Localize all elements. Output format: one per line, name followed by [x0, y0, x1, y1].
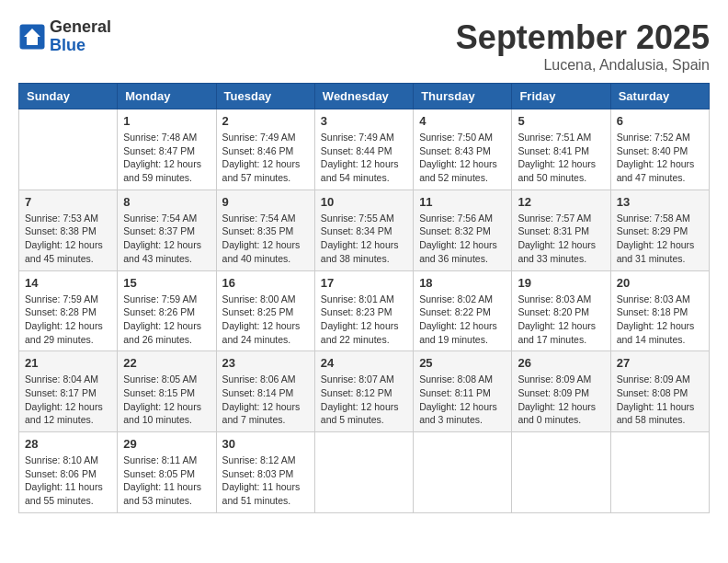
- weekday-header: Friday: [512, 84, 610, 109]
- calendar-cell: 4Sunrise: 7:50 AM Sunset: 8:43 PM Daylig…: [414, 109, 512, 190]
- weekday-header: Tuesday: [216, 84, 314, 109]
- calendar-cell: 17Sunrise: 8:01 AM Sunset: 8:23 PM Dayli…: [314, 270, 413, 351]
- day-number: 12: [518, 195, 604, 209]
- day-number: 9: [222, 195, 309, 209]
- day-info: Sunrise: 7:55 AM Sunset: 8:34 PM Dayligh…: [321, 212, 407, 266]
- day-number: 25: [419, 356, 506, 370]
- calendar-cell: 18Sunrise: 8:02 AM Sunset: 8:22 PM Dayli…: [414, 270, 512, 351]
- day-info: Sunrise: 8:11 AM Sunset: 8:05 PM Dayligh…: [123, 454, 210, 508]
- day-info: Sunrise: 7:54 AM Sunset: 8:35 PM Dayligh…: [222, 212, 309, 266]
- day-info: Sunrise: 7:56 AM Sunset: 8:32 PM Dayligh…: [419, 212, 506, 266]
- calendar-cell: 1Sunrise: 7:48 AM Sunset: 8:47 PM Daylig…: [118, 109, 216, 190]
- day-info: Sunrise: 8:08 AM Sunset: 8:11 PM Dayligh…: [419, 373, 506, 427]
- day-info: Sunrise: 7:48 AM Sunset: 8:47 PM Dayligh…: [123, 131, 210, 185]
- calendar: SundayMondayTuesdayWednesdayThursdayFrid…: [18, 83, 710, 513]
- day-number: 21: [25, 356, 111, 370]
- calendar-cell: 7Sunrise: 7:53 AM Sunset: 8:38 PM Daylig…: [19, 190, 118, 270]
- calendar-cell: 8Sunrise: 7:54 AM Sunset: 8:37 PM Daylig…: [118, 190, 216, 270]
- calendar-cell: 30Sunrise: 8:12 AM Sunset: 8:03 PM Dayli…: [216, 432, 314, 513]
- calendar-cell: 21Sunrise: 8:04 AM Sunset: 8:17 PM Dayli…: [19, 351, 118, 432]
- weekday-header: Wednesday: [314, 84, 413, 109]
- day-number: 30: [222, 437, 309, 451]
- page-header: General Blue September 2025 Lucena, Anda…: [18, 18, 710, 74]
- day-info: Sunrise: 8:06 AM Sunset: 8:14 PM Dayligh…: [222, 373, 309, 427]
- logo-blue: Blue: [50, 37, 111, 55]
- logo-text: General Blue: [50, 18, 111, 55]
- day-info: Sunrise: 8:12 AM Sunset: 8:03 PM Dayligh…: [222, 454, 309, 508]
- day-number: 24: [321, 356, 407, 370]
- calendar-cell: 14Sunrise: 7:59 AM Sunset: 8:28 PM Dayli…: [19, 270, 118, 351]
- day-number: 23: [222, 356, 309, 370]
- calendar-cell: 5Sunrise: 7:51 AM Sunset: 8:41 PM Daylig…: [512, 109, 610, 190]
- day-info: Sunrise: 7:53 AM Sunset: 8:38 PM Dayligh…: [25, 212, 111, 266]
- calendar-cell: 10Sunrise: 7:55 AM Sunset: 8:34 PM Dayli…: [314, 190, 413, 270]
- day-number: 7: [25, 195, 111, 209]
- calendar-cell: [610, 432, 709, 513]
- calendar-cell: 24Sunrise: 8:07 AM Sunset: 8:12 PM Dayli…: [314, 351, 413, 432]
- day-info: Sunrise: 8:09 AM Sunset: 8:08 PM Dayligh…: [617, 373, 703, 427]
- weekday-header-row: SundayMondayTuesdayWednesdayThursdayFrid…: [19, 84, 710, 109]
- day-number: 2: [222, 114, 309, 128]
- day-number: 16: [222, 276, 309, 290]
- calendar-cell: 28Sunrise: 8:10 AM Sunset: 8:06 PM Dayli…: [19, 432, 118, 513]
- calendar-cell: 16Sunrise: 8:00 AM Sunset: 8:25 PM Dayli…: [216, 270, 314, 351]
- day-info: Sunrise: 8:05 AM Sunset: 8:15 PM Dayligh…: [123, 373, 210, 427]
- day-number: 29: [123, 437, 210, 451]
- calendar-cell: 6Sunrise: 7:52 AM Sunset: 8:40 PM Daylig…: [610, 109, 709, 190]
- calendar-cell: 27Sunrise: 8:09 AM Sunset: 8:08 PM Dayli…: [610, 351, 709, 432]
- calendar-cell: 20Sunrise: 8:03 AM Sunset: 8:18 PM Dayli…: [610, 270, 709, 351]
- calendar-cell: 23Sunrise: 8:06 AM Sunset: 8:14 PM Dayli…: [216, 351, 314, 432]
- day-number: 1: [123, 114, 210, 128]
- day-number: 27: [617, 356, 703, 370]
- calendar-cell: 11Sunrise: 7:56 AM Sunset: 8:32 PM Dayli…: [414, 190, 512, 270]
- calendar-week-row: 28Sunrise: 8:10 AM Sunset: 8:06 PM Dayli…: [19, 432, 710, 513]
- weekday-header: Monday: [118, 84, 216, 109]
- day-number: 28: [25, 437, 111, 451]
- day-info: Sunrise: 8:10 AM Sunset: 8:06 PM Dayligh…: [25, 454, 111, 508]
- day-info: Sunrise: 7:52 AM Sunset: 8:40 PM Dayligh…: [617, 131, 703, 185]
- day-info: Sunrise: 7:50 AM Sunset: 8:43 PM Dayligh…: [419, 131, 506, 185]
- day-number: 5: [518, 114, 604, 128]
- weekday-header: Saturday: [610, 84, 709, 109]
- calendar-cell: 22Sunrise: 8:05 AM Sunset: 8:15 PM Dayli…: [118, 351, 216, 432]
- day-info: Sunrise: 7:59 AM Sunset: 8:28 PM Dayligh…: [25, 293, 111, 347]
- day-number: 13: [617, 195, 703, 209]
- calendar-cell: 26Sunrise: 8:09 AM Sunset: 8:09 PM Dayli…: [512, 351, 610, 432]
- location: Lucena, Andalusia, Spain: [456, 57, 710, 74]
- calendar-cell: [314, 432, 413, 513]
- day-number: 26: [518, 356, 604, 370]
- day-info: Sunrise: 7:49 AM Sunset: 8:44 PM Dayligh…: [321, 131, 407, 185]
- calendar-cell: 3Sunrise: 7:49 AM Sunset: 8:44 PM Daylig…: [314, 109, 413, 190]
- calendar-cell: 12Sunrise: 7:57 AM Sunset: 8:31 PM Dayli…: [512, 190, 610, 270]
- day-number: 19: [518, 276, 604, 290]
- day-number: 8: [123, 195, 210, 209]
- day-info: Sunrise: 8:01 AM Sunset: 8:23 PM Dayligh…: [321, 293, 407, 347]
- weekday-header: Thursday: [414, 84, 512, 109]
- day-info: Sunrise: 7:59 AM Sunset: 8:26 PM Dayligh…: [123, 293, 210, 347]
- calendar-week-row: 1Sunrise: 7:48 AM Sunset: 8:47 PM Daylig…: [19, 109, 710, 190]
- title-block: September 2025 Lucena, Andalusia, Spain: [456, 18, 710, 74]
- day-number: 22: [123, 356, 210, 370]
- day-info: Sunrise: 8:03 AM Sunset: 8:18 PM Dayligh…: [617, 293, 703, 347]
- day-info: Sunrise: 7:57 AM Sunset: 8:31 PM Dayligh…: [518, 212, 604, 266]
- calendar-week-row: 14Sunrise: 7:59 AM Sunset: 8:28 PM Dayli…: [19, 270, 710, 351]
- day-number: 4: [419, 114, 506, 128]
- day-info: Sunrise: 8:03 AM Sunset: 8:20 PM Dayligh…: [518, 293, 604, 347]
- calendar-cell: [414, 432, 512, 513]
- day-info: Sunrise: 8:07 AM Sunset: 8:12 PM Dayligh…: [321, 373, 407, 427]
- calendar-cell: 29Sunrise: 8:11 AM Sunset: 8:05 PM Dayli…: [118, 432, 216, 513]
- day-number: 14: [25, 276, 111, 290]
- calendar-cell: 9Sunrise: 7:54 AM Sunset: 8:35 PM Daylig…: [216, 190, 314, 270]
- calendar-cell: [512, 432, 610, 513]
- day-info: Sunrise: 7:54 AM Sunset: 8:37 PM Dayligh…: [123, 212, 210, 266]
- day-info: Sunrise: 8:00 AM Sunset: 8:25 PM Dayligh…: [222, 293, 309, 347]
- day-number: 20: [617, 276, 703, 290]
- day-info: Sunrise: 8:02 AM Sunset: 8:22 PM Dayligh…: [419, 293, 506, 347]
- day-number: 11: [419, 195, 506, 209]
- day-number: 17: [321, 276, 407, 290]
- day-number: 10: [321, 195, 407, 209]
- day-info: Sunrise: 8:09 AM Sunset: 8:09 PM Dayligh…: [518, 373, 604, 427]
- day-number: 6: [617, 114, 703, 128]
- calendar-week-row: 7Sunrise: 7:53 AM Sunset: 8:38 PM Daylig…: [19, 190, 710, 270]
- calendar-week-row: 21Sunrise: 8:04 AM Sunset: 8:17 PM Dayli…: [19, 351, 710, 432]
